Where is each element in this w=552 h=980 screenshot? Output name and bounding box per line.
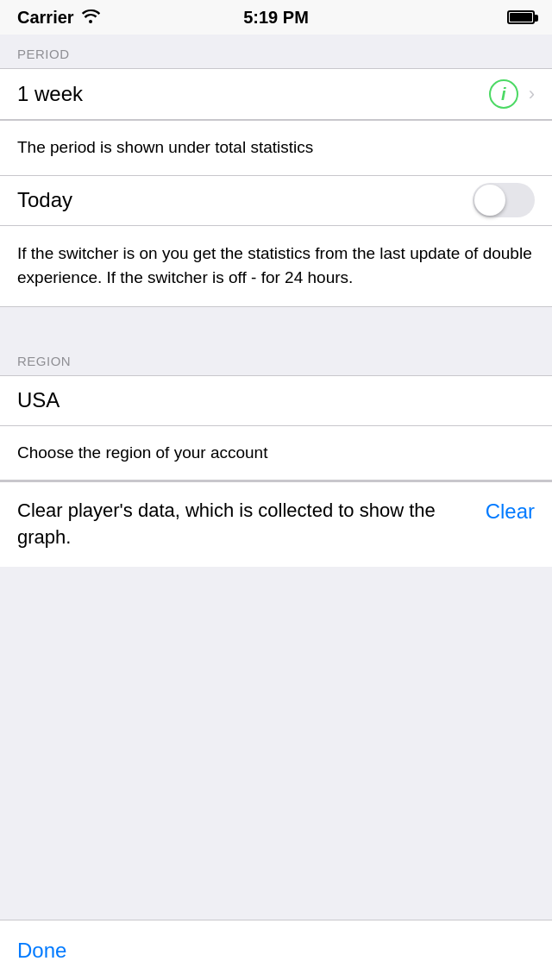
period-row[interactable]: 1 week i › [0, 69, 552, 119]
region-row[interactable]: USA [0, 376, 552, 426]
period-description: The period is shown under total statisti… [17, 138, 313, 156]
region-description-row: Choose the region of your account [0, 426, 552, 481]
period-value: 1 week [17, 82, 83, 106]
today-toggle[interactable] [473, 183, 535, 217]
status-bar: Carrier 5:19 PM [0, 0, 552, 35]
toggle-knob [474, 185, 505, 216]
today-label: Today [17, 188, 72, 212]
done-button[interactable]: Done [17, 939, 66, 963]
today-toggle-row: Today [0, 176, 552, 226]
status-left: Carrier [17, 8, 100, 28]
status-time: 5:19 PM [243, 8, 309, 28]
period-detail-group: The period is shown under total statisti… [0, 120, 552, 307]
region-value: USA [17, 388, 60, 412]
status-right [507, 10, 535, 24]
info-button[interactable]: i [489, 79, 518, 109]
battery-icon [507, 10, 535, 24]
period-chevron: › [529, 83, 535, 105]
region-description: Choose the region of your account [17, 443, 267, 462]
clear-button[interactable]: Clear [486, 498, 535, 524]
period-section-header: PERIOD [0, 35, 552, 68]
clear-description: Clear player's data, which is collected … [17, 498, 468, 551]
region-section-header: REGION [0, 342, 552, 375]
spacer-1 [0, 307, 552, 342]
period-description-row: The period is shown under total statisti… [0, 121, 552, 176]
switcher-description: If the switcher is on you get the statis… [0, 226, 552, 306]
wifi-icon [81, 8, 100, 28]
period-group: 1 week i › [0, 68, 552, 120]
bottom-bar: Done [0, 920, 552, 980]
carrier-label: Carrier [17, 8, 74, 28]
region-group: USA Choose the region of your account [0, 375, 552, 482]
main-content: PERIOD 1 week i › The period is shown un… [0, 35, 552, 920]
period-row-actions: i › [489, 79, 535, 109]
clear-row: Clear player's data, which is collected … [0, 481, 552, 567]
clear-section: Clear player's data, which is collected … [0, 481, 552, 567]
